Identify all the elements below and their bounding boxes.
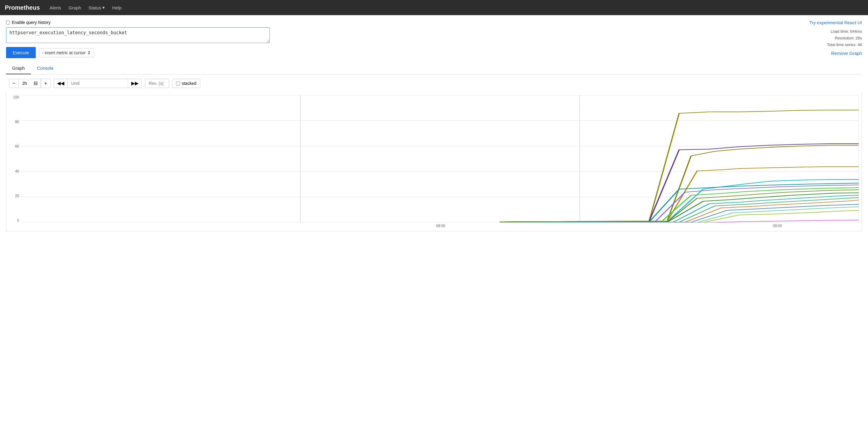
brand-title: Prometheus (5, 4, 40, 11)
time-icon-button[interactable]: ⊟ (31, 79, 41, 88)
stacked-button[interactable]: stacked (172, 79, 200, 88)
query-input[interactable] (6, 27, 270, 43)
nav-status-arrow: ▾ (102, 5, 105, 10)
nav-status-label: Status (89, 5, 101, 10)
nav-help[interactable]: Help (112, 5, 122, 10)
y-label-60: 60 (15, 144, 19, 149)
y-label-20: 20 (15, 194, 19, 198)
enable-query-history-label: Enable query history (12, 20, 51, 25)
insert-metric-arrow: ⇕ (87, 50, 91, 55)
nav-status[interactable]: Status ▾ (89, 5, 105, 10)
enable-query-history-checkbox[interactable] (6, 21, 10, 25)
load-time: Load time: 644ms (809, 28, 862, 35)
tab-console[interactable]: Console (31, 62, 60, 74)
time-range-group: − 2h ⊟ + (9, 79, 51, 88)
tabs-row: Graph Console (6, 62, 862, 75)
back-button[interactable]: ◀◀ (54, 79, 67, 88)
y-label-100: 100 (13, 95, 19, 99)
forward-button[interactable]: ▶▶ (128, 79, 142, 88)
left-controls: Enable query history Execute - insert me… (6, 20, 270, 58)
insert-metric-dropdown[interactable]: - insert metric at cursor ⇕ (39, 48, 94, 57)
insert-metric-label: - insert metric at cursor (42, 50, 86, 55)
remove-graph-link[interactable]: Remove Graph (809, 51, 862, 56)
top-controls: Enable query history Execute - insert me… (6, 20, 862, 58)
until-input[interactable] (67, 79, 128, 88)
duration-label: 2h (19, 79, 31, 88)
react-ui-link[interactable]: Try experimental React UI (809, 20, 862, 25)
chart-area: 100 80 60 40 20 0 (9, 95, 859, 223)
resolution-input[interactable] (145, 79, 169, 88)
y-label-80: 80 (15, 120, 19, 124)
y-axis: 100 80 60 40 20 0 (9, 95, 21, 223)
total-time-series: Total time series: 48 (809, 41, 862, 48)
nav-graph[interactable]: Graph (68, 5, 81, 10)
x-axis-labels: 08:00 09:00 (20, 223, 862, 228)
execute-row: Execute - insert metric at cursor ⇕ (6, 47, 270, 58)
main-chart (21, 95, 859, 223)
x-label-0800: 08:00 (436, 224, 445, 228)
resolution: Resolution: 28s (809, 35, 862, 41)
stacked-label: stacked (182, 81, 196, 86)
graph-container: 100 80 60 40 20 0 (6, 92, 862, 231)
nav-group: ◀◀ ▶▶ (54, 79, 142, 88)
chart-svg-wrapper (21, 95, 859, 223)
tab-graph[interactable]: Graph (6, 62, 31, 74)
zoom-in-button[interactable]: + (41, 79, 50, 88)
x-label-0900: 09:00 (773, 224, 782, 228)
right-controls: Try experimental React UI Load time: 644… (809, 20, 862, 56)
query-input-area (6, 27, 270, 44)
graph-controls: − 2h ⊟ + ◀◀ ▶▶ stacked (6, 75, 862, 92)
zoom-out-button[interactable]: − (9, 79, 19, 88)
y-label-0: 0 (17, 218, 19, 223)
query-history-row: Enable query history (6, 20, 270, 25)
nav-alerts[interactable]: Alerts (50, 5, 61, 10)
navbar: Prometheus Alerts Graph Status ▾ Help (0, 0, 868, 15)
y-label-40: 40 (15, 169, 19, 173)
stats-box: Load time: 644ms Resolution: 28s Total t… (809, 28, 862, 48)
stacked-checkbox[interactable] (176, 82, 180, 86)
execute-button[interactable]: Execute (6, 47, 36, 58)
main-content: Enable query history Execute - insert me… (0, 15, 868, 442)
